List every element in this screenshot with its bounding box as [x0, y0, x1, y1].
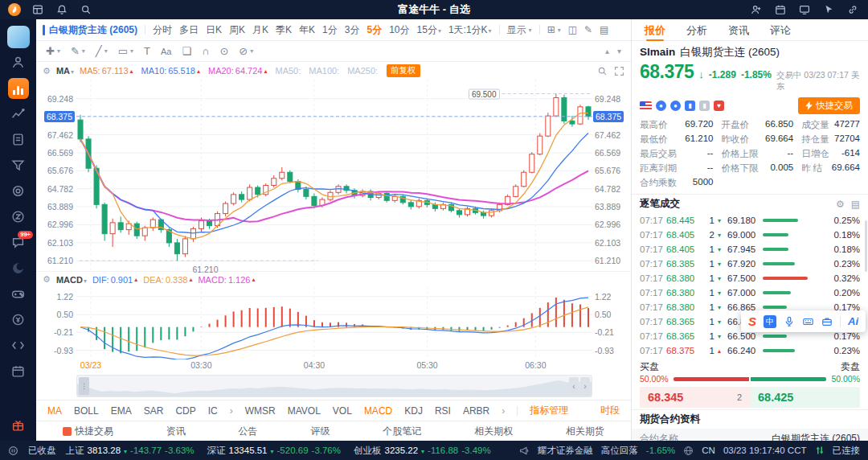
panel-scrollbar[interactable]	[865, 220, 867, 272]
bottom-tab-评级[interactable]: 评级	[310, 425, 330, 438]
rail-news[interactable]	[0, 127, 36, 152]
scrollbar-handle[interactable]: ⋮	[79, 377, 89, 395]
price-axis-left[interactable]: 69.24867.46266.56965.67664.78263.88962.9…	[36, 80, 76, 271]
trade-row[interactable]: 07:1768.4052▾69.0000.18%	[632, 228, 868, 242]
locale-label[interactable]: CN	[702, 446, 715, 455]
period-15分[interactable]: 15分▾	[417, 23, 441, 37]
news-headline[interactable]: 高位回落	[601, 445, 638, 457]
note-tool[interactable]: ❏	[182, 45, 191, 57]
quick-trade-button[interactable]: 快捷交易	[798, 97, 860, 114]
indicator-tab-MAVOL[interactable]: MAVOL	[288, 405, 321, 417]
indicator-tab-IC[interactable]: IC	[208, 405, 218, 417]
period-季K[interactable]: 季K	[276, 23, 292, 37]
indicator-tab-VOL[interactable]: VOL	[333, 405, 352, 417]
layout-grid-icon[interactable]: ⊞▾	[547, 24, 561, 35]
index-创业板[interactable]: 创业板3235.22▾-116.88-3.49%	[354, 445, 491, 457]
adjust-mode-button[interactable]: 前复权	[387, 64, 420, 77]
tick-trade-list[interactable]: 07:1768.4451▾69.1800.25%07:1768.4052▾69.…	[632, 213, 868, 358]
draw-mode-icon[interactable]: ✎	[584, 24, 592, 35]
compare-icon[interactable]: ▤	[600, 24, 608, 35]
rail-trends[interactable]	[0, 101, 36, 126]
rail-profile[interactable]	[0, 50, 36, 75]
gear-icon[interactable]: ⚙	[43, 274, 51, 285]
indicator-manage-button[interactable]: 指标管理	[530, 404, 568, 417]
indicator-name[interactable]: MA▾	[56, 66, 74, 76]
indicator-tab-ARBR[interactable]: ARBR	[463, 405, 489, 417]
scroll-left-icon[interactable]: ‹	[569, 377, 579, 395]
pan-tool[interactable]: ✚▾	[46, 45, 60, 57]
time-axis[interactable]: 03/2303:3004:3005:3006:30	[76, 359, 592, 372]
tab-分析[interactable]: 分析	[686, 19, 707, 41]
scroll-right-icon[interactable]: ›	[580, 377, 590, 395]
indicator-tab-MACD[interactable]: MACD	[364, 405, 392, 417]
gear-icon[interactable]: ⚙	[43, 66, 51, 76]
period-年K[interactable]: 年K	[299, 23, 315, 37]
news-source[interactable]: 耀才证券金融	[538, 445, 593, 457]
trendline-tool[interactable]: ╱▾	[96, 45, 108, 57]
microphone-icon[interactable]	[784, 316, 795, 327]
zoom-icon[interactable]	[597, 66, 608, 76]
filter-bars-icon[interactable]: ▤	[851, 199, 860, 210]
bid-price-cell[interactable]: 68.345 2	[640, 387, 750, 408]
trade-row[interactable]: 07:1768.4451▾69.1800.25%	[632, 213, 868, 228]
bottom-tab-资讯[interactable]: 资讯	[166, 425, 186, 438]
rail-portfolio[interactable]	[0, 179, 36, 203]
notification-bell-icon[interactable]	[55, 2, 69, 17]
collapse-up-icon[interactable]: ▴	[605, 47, 609, 55]
tab-评论[interactable]: 评论	[770, 19, 791, 41]
trade-row[interactable]: 07:1768.4051▾67.9450.18%	[632, 242, 868, 257]
rail-games[interactable]	[0, 281, 36, 306]
period-3分[interactable]: 3分	[345, 23, 360, 37]
candlestick-chart[interactable]	[76, 80, 592, 271]
candlestick-plot[interactable]: 69.500 61.210	[76, 80, 592, 271]
chinese-mode-icon[interactable]: 中	[764, 315, 776, 328]
bottom-tab-相关期权[interactable]: 相关期权	[474, 425, 513, 438]
indicator-tab-SAR[interactable]: SAR	[144, 405, 164, 417]
trade-row[interactable]: 07:1768.3801▾67.5000.32%	[632, 271, 868, 285]
indicator-tab-WMSR[interactable]: WMSR	[245, 405, 276, 417]
link-icon[interactable]	[845, 2, 860, 17]
rail-screener[interactable]	[0, 153, 36, 178]
keyboard-icon[interactable]	[802, 316, 814, 327]
ai-assistant-icon[interactable]: Ai	[848, 315, 858, 327]
bottom-tab-公告[interactable]: 公告	[239, 425, 258, 438]
rail-quotes-active[interactable]	[0, 76, 36, 101]
chart-scrollbar[interactable]: ⋮ ‹ ›	[76, 375, 592, 397]
screen-share-icon[interactable]	[797, 2, 812, 17]
rail-wealth[interactable]	[0, 307, 36, 332]
shape-tool[interactable]: ▭▾	[118, 45, 133, 57]
calendar-icon[interactable]	[773, 2, 788, 17]
fullscreen-icon[interactable]	[614, 66, 624, 76]
rail-dark-mode[interactable]	[0, 256, 36, 281]
macd-plot[interactable]	[76, 287, 592, 359]
period-10分[interactable]: 10分	[389, 23, 409, 37]
bottom-tab-快捷交易[interactable]: 快捷交易	[63, 425, 113, 438]
period-日K[interactable]: 日K	[206, 23, 222, 37]
indicator-tab-KDJ[interactable]: KDJ	[404, 405, 423, 417]
rail-community[interactable]	[0, 204, 36, 229]
favorite-heart-icon[interactable]: ♥	[714, 101, 724, 111]
bottom-tab-相关期货[interactable]: 相关期货	[566, 425, 604, 438]
ask-price-cell[interactable]: 68.425	[750, 387, 860, 408]
chevron-right-icon[interactable]: ›	[230, 405, 233, 417]
bottom-tab-个股笔记[interactable]: 个股笔记	[383, 425, 421, 438]
pencil-tool[interactable]: ✎▾	[71, 45, 85, 57]
index-深证[interactable]: 深证13345.51▾-520.69-3.76%	[207, 445, 341, 457]
rail-chat[interactable]: 99+	[0, 230, 36, 255]
search-icon[interactable]	[79, 2, 93, 17]
period-kline-mode[interactable]: 1天:1分K▾	[448, 23, 492, 37]
period-5分[interactable]: 5分	[366, 23, 382, 37]
current-symbol[interactable]: 白银期货主连 (2605)	[43, 23, 137, 37]
tab-报价[interactable]: 报价	[645, 19, 665, 41]
text-tool[interactable]: T	[144, 45, 150, 57]
indicator-tab-CDP[interactable]: CDP	[175, 405, 195, 417]
measure-tool[interactable]: ⊙	[219, 45, 228, 57]
tab-资讯[interactable]: 资讯	[728, 19, 749, 41]
period-周K[interactable]: 周K	[229, 23, 245, 37]
add-friend-icon[interactable]	[749, 2, 764, 17]
trade-row[interactable]: 07:1768.3851▾67.9200.23%	[632, 257, 868, 271]
indicator-tab-RSI[interactable]: RSI	[435, 405, 451, 417]
cursor-icon[interactable]	[821, 2, 836, 17]
chevron-right-icon[interactable]: ›	[502, 405, 505, 417]
indicator-tab-EMA[interactable]: EMA	[111, 405, 132, 417]
